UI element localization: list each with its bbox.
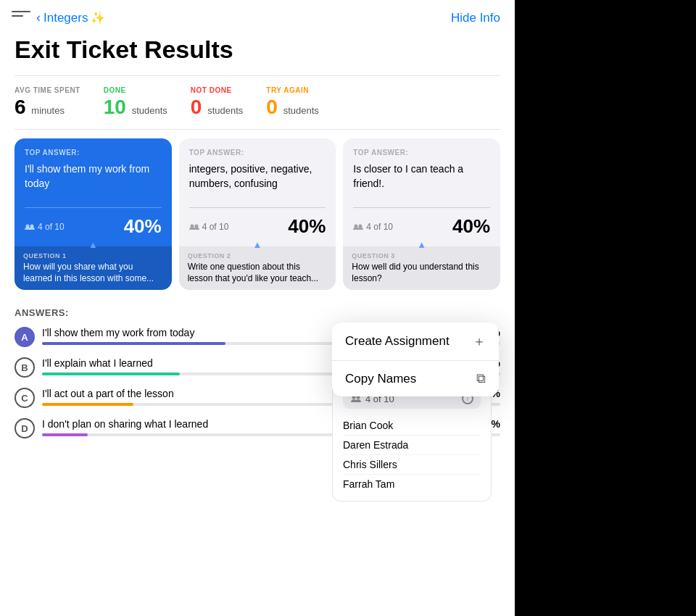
answer-letter-b: B — [14, 357, 35, 378]
answer-card-1[interactable]: TOP ANSWER: I'll show them my work from … — [14, 138, 172, 290]
card-1-question-label: QUESTION 1 — [23, 252, 163, 259]
card-2-percent: 40% — [288, 215, 326, 238]
hide-info-button[interactable]: Hide Info — [451, 11, 500, 25]
card-3-percent: 40% — [452, 215, 490, 238]
answer-bar-fill-a — [42, 342, 225, 345]
done-label: DONE — [104, 86, 167, 94]
card-1-top-label: TOP ANSWER: — [25, 149, 162, 157]
answer-text-b: I'll explain what I learned — [42, 357, 153, 369]
card-1-answer-text: I'll show them my work from today — [25, 162, 162, 200]
card-1-question-tab[interactable]: ▲ QUESTION 1 How will you share what you… — [14, 246, 172, 290]
stat-done: DONE 10 students — [104, 86, 167, 119]
try-again-label: TRY AGAIN — [266, 86, 319, 94]
avg-time-value: 6 minutes — [14, 96, 80, 119]
student-name-4: Farrah Tam — [343, 475, 481, 494]
card-3-question-tab[interactable]: ▲ QUESTION 3 How well did you understand… — [343, 246, 500, 290]
avg-time-label: AVG TIME SPENT — [14, 86, 80, 94]
card-2-question-text: Write one question about this lesson tha… — [188, 262, 328, 284]
not-done-value: 0 students — [191, 96, 244, 119]
card-2-question-tab[interactable]: ▲ QUESTION 2 Write one question about th… — [179, 246, 336, 290]
create-assignment-item[interactable]: Create Assignment ＋ — [332, 322, 499, 361]
answer-card-3[interactable]: TOP ANSWER: Is closer to I can teach a f… — [343, 138, 500, 290]
student-name-2: Daren Estrada — [343, 436, 481, 455]
card-2-answer-text: integers, positive, negative, numbers, c… — [189, 162, 326, 200]
back-chevron-icon: ‹ — [36, 10, 41, 25]
card-2-top-label: TOP ANSWER: — [189, 149, 326, 157]
card-3-divider — [353, 207, 490, 208]
back-label[interactable]: Integers — [44, 11, 88, 25]
card-3-students: 4 of 10 — [353, 222, 393, 232]
answers-label: ANSWERS: — [14, 307, 500, 318]
card-3-answer-text: Is closer to I can teach a friend!. — [353, 162, 490, 200]
create-assignment-label: Create Assignment — [345, 334, 450, 349]
answer-text-d: I don't plan on sharing what I learned — [42, 418, 208, 430]
copy-icon: ⧉ — [476, 371, 486, 386]
answer-letter-c: C — [14, 388, 35, 408]
stat-try-again: TRY AGAIN 0 students — [266, 86, 319, 119]
done-value: 10 students — [104, 96, 167, 119]
card-2-students: 4 of 10 — [189, 222, 229, 232]
stats-row: AVG TIME SPENT 6 minutes DONE 10 student… — [0, 76, 515, 129]
stat-avg-time: AVG TIME SPENT 6 minutes — [14, 86, 80, 119]
copy-names-item[interactable]: Copy Names ⧉ — [332, 361, 499, 396]
copy-names-label: Copy Names — [345, 372, 416, 386]
card-2-divider — [189, 207, 326, 208]
answer-letter-a: A — [14, 327, 35, 347]
answer-card-2[interactable]: TOP ANSWER: integers, positive, negative… — [179, 138, 336, 290]
main-panel: ‹ Integers ✨ Hide Info Exit Ticket Resul… — [0, 0, 515, 616]
answer-bar-fill-d — [42, 433, 88, 436]
sidebar-toggle-icon[interactable] — [12, 11, 30, 25]
card-1-question-text: How will you share what you learned in t… — [23, 262, 163, 284]
not-done-label: NOT DONE — [191, 86, 244, 94]
stat-not-done: NOT DONE 0 students — [191, 86, 244, 119]
top-bar: ‹ Integers ✨ Hide Info — [0, 0, 515, 33]
answer-text-c: I'll act out a part of the lesson — [42, 388, 174, 399]
card-3-question-label: QUESTION 3 — [352, 252, 492, 259]
answer-letter-d: D — [14, 418, 35, 438]
answer-bar-fill-c — [42, 403, 133, 406]
card-1-percent: 40% — [124, 215, 162, 238]
right-panel — [515, 0, 696, 616]
student-name-1: Brian Cook — [343, 416, 481, 436]
card-1-divider — [25, 207, 162, 208]
top-bar-left: ‹ Integers ✨ — [12, 10, 105, 25]
plus-icon: ＋ — [473, 333, 486, 350]
answer-text-a: I'll show them my work from today — [42, 327, 194, 338]
answer-bar-fill-b — [42, 372, 180, 375]
dropdown-popup: Create Assignment ＋ Copy Names ⧉ — [332, 322, 499, 396]
try-again-value: 0 students — [266, 96, 319, 119]
back-nav[interactable]: ‹ Integers ✨ — [36, 10, 105, 25]
card-1-students: 4 of 10 — [25, 222, 65, 232]
sparkle-icon: ✨ — [91, 11, 105, 25]
card-2-question-label: QUESTION 2 — [188, 252, 328, 259]
answer-cards-section: TOP ANSWER: I'll show them my work from … — [0, 130, 515, 299]
card-3-top-label: TOP ANSWER: — [353, 149, 490, 157]
student-name-3: Chris Sillers — [343, 455, 481, 475]
page-title: Exit Ticket Results — [0, 33, 515, 75]
card-3-question-text: How well did you understand this lesson? — [352, 262, 492, 284]
